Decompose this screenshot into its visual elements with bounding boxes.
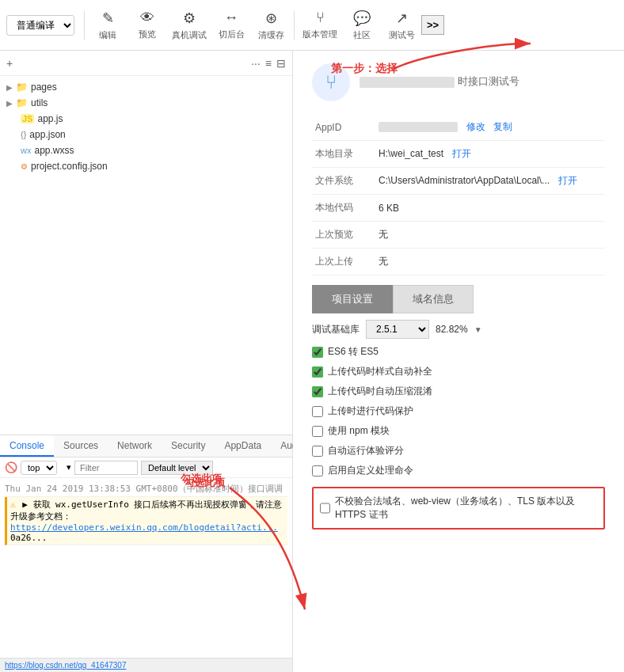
filesystem-open[interactable]: 打开 <box>558 175 577 186</box>
info-row-localcode: 本地代码 6 KB <box>312 195 605 222</box>
community-icon: 💬 <box>353 9 371 27</box>
checkbox-compress-input[interactable] <box>312 386 323 397</box>
chevron-down-icon: ▼ <box>474 325 482 334</box>
main-layout: + ··· ≡ ⊟ ▶ 📁 pages ▶ 📁 utils JS app.js <box>0 51 624 672</box>
filter-input[interactable] <box>74 461 138 475</box>
right-panel: ⑂ 时接口测试号 AppID 修改 复制 <box>293 51 624 672</box>
project-name-placeholder <box>360 77 455 88</box>
toolbar-community[interactable]: 💬 社区 <box>342 0 382 50</box>
tree-item-appjs[interactable]: JS app.js <box>0 111 292 127</box>
appid-copy[interactable]: 复制 <box>493 121 512 132</box>
checkbox-custom-cmd[interactable]: 启用自定义处理命令 <box>312 464 605 477</box>
real-debug-icon: ⚙ <box>183 9 196 27</box>
file-tree-menu-icon[interactable]: ··· <box>251 57 261 70</box>
clear-console-icon[interactable]: 🚫 <box>5 461 17 473</box>
preview-icon: 👁 <box>140 9 154 26</box>
checkbox-style-auto-input[interactable] <box>312 366 323 378</box>
filesystem-value: C:\Users\Administrator\AppData\Local\...… <box>375 168 605 195</box>
tab-network[interactable]: Network <box>108 435 162 457</box>
level-select[interactable]: Default level <box>141 461 213 475</box>
info-row-lastpreview: 上次预览 无 <box>312 222 605 249</box>
config-icon: ⚙ <box>21 162 28 171</box>
avatar-icon: ⑂ <box>325 71 337 93</box>
project-info-table: AppID 修改 复制 本地目录 H:\wei_cat_test 打开 文件系 <box>312 114 605 275</box>
toolbar-clear-cache-label: 清缓存 <box>258 29 284 41</box>
checkbox-no-validate-input[interactable] <box>320 503 330 514</box>
add-file-icon[interactable]: + <box>6 57 13 70</box>
toolbar-real-debug[interactable]: ⚙ 真机调试 <box>167 0 211 50</box>
console-toolbar: 🚫 top ▾ Default level <box>0 457 292 478</box>
filter-icon: ▾ <box>67 462 71 473</box>
file-tree-collapse-icon[interactable]: ⊟ <box>276 57 286 70</box>
project-avatar: ⑂ <box>312 63 350 101</box>
background-icon: ↔ <box>224 9 238 26</box>
tab-sources[interactable]: Sources <box>54 435 108 457</box>
toolbar-preview[interactable]: 👁 预览 <box>127 0 167 50</box>
project-subtitle-text: 时接口测试号 <box>458 75 519 87</box>
info-row-localdir: 本地目录 H:\wei_cat_test 打开 <box>312 141 605 168</box>
tab-appdata[interactable]: AppData <box>215 435 271 457</box>
console-tabs: Console Sources Network Security AppData… <box>0 435 292 457</box>
checkbox-auto-score[interactable]: 自动运行体验评分 <box>312 444 605 457</box>
checkbox-custom-cmd-input[interactable] <box>312 465 323 476</box>
tree-item-utils-label: utils <box>31 97 48 108</box>
log-extra: 0a26... <box>10 533 47 543</box>
lastupload-label: 上次上传 <box>312 249 375 275</box>
lastupload-value: 无 <box>375 249 605 275</box>
wxss-icon: wx <box>21 146 31 155</box>
tab-domain-info[interactable]: 域名信息 <box>393 285 474 313</box>
top-select[interactable]: top <box>21 461 57 475</box>
checkbox-custom-cmd-label: 启用自定义处理命令 <box>328 464 413 477</box>
appid-modify[interactable]: 修改 <box>466 121 485 132</box>
appid-label: AppID <box>312 114 375 141</box>
debug-lib-select[interactable]: 2.5.1 <box>366 320 429 339</box>
tree-item-projectconfig[interactable]: ⚙ project.config.json <box>0 158 292 174</box>
tree-item-appjson-label: app.json <box>29 129 65 140</box>
left-panel: + ··· ≡ ⊟ ▶ 📁 pages ▶ 📁 utils JS app.js <box>0 51 293 672</box>
toolbar-edit[interactable]: ✎ 编辑 <box>88 0 127 50</box>
tree-item-pages[interactable]: ▶ 📁 pages <box>0 79 292 95</box>
toolbar-clear-cache[interactable]: ⊛ 清缓存 <box>251 0 291 50</box>
tab-console[interactable]: Console <box>0 435 54 457</box>
log-link[interactable]: https://developers.weixin.qq.com/blogdet… <box>10 522 278 533</box>
status-link[interactable]: https://blog.csdn.net/qq_41647307 <box>5 661 126 670</box>
tree-item-pages-label: pages <box>31 82 57 93</box>
tree-item-appjson[interactable]: {} app.json <box>0 127 292 142</box>
checkbox-npm-input[interactable] <box>312 426 323 437</box>
checkbox-compress[interactable]: 上传代码时自动压缩混淆 <box>312 385 605 398</box>
test-number-icon: ↗ <box>396 9 408 27</box>
project-subtitle: 时接口测试号 <box>360 74 519 89</box>
log-entry-0: Thu Jan 24 2019 13:38:53 GMT+0800（中国标准时间… <box>5 481 287 497</box>
checkbox-code-protect[interactable]: 上传时进行代码保护 <box>312 404 605 418</box>
info-row-appid: AppID 修改 复制 <box>312 114 605 141</box>
file-tree-search[interactable] <box>17 58 246 69</box>
tab-security[interactable]: Security <box>162 435 215 457</box>
toolbar: 普通编译普通编译 ✎ 编辑 👁 预览 ⚙ 真机调试 ↔ 切后台 ⊛ 清缓存 ⑂ … <box>0 0 624 51</box>
checkbox-code-protect-input[interactable] <box>312 406 323 417</box>
filesystem-text: C:\Users\Administrator\AppData\Local\... <box>379 175 550 186</box>
tree-item-appwxss[interactable]: wx app.wxss <box>0 142 292 158</box>
toolbar-version-label: 版本管理 <box>302 28 337 40</box>
tab-project-settings[interactable]: 项目设置 <box>312 285 393 313</box>
log-warn-content: 获取 wx.getUserInfo 接口后续将不再出现授权弹窗，请注意升级参考文… <box>10 499 282 522</box>
checkbox-auto-score-input[interactable] <box>312 446 323 457</box>
compile-mode-select[interactable]: 普通编译普通编译 <box>6 15 74 36</box>
toolbar-more-button[interactable]: >> <box>421 15 444 35</box>
file-tree-sort-icon[interactable]: ≡ <box>265 57 272 70</box>
checkbox-no-validate[interactable]: 不校验合法域名、web-view（业务域名）、TLS 版本以及 HTTPS 证书 <box>312 487 605 530</box>
console-content: Thu Jan 24 2019 13:38:53 GMT+0800（中国标准时间… <box>0 478 292 658</box>
warn-icon: ⚠ <box>10 499 16 510</box>
chevron-right-icon: ▶ <box>6 99 13 108</box>
tree-item-utils[interactable]: ▶ 📁 utils <box>0 95 292 111</box>
checkbox-es6-input[interactable] <box>312 347 323 358</box>
localdir-open[interactable]: 打开 <box>452 148 471 159</box>
checkbox-npm[interactable]: 使用 npm 模块 <box>312 424 605 438</box>
toolbar-background[interactable]: ↔ 切后台 <box>211 0 251 50</box>
toolbar-version[interactable]: ⑂ 版本管理 <box>298 0 342 50</box>
toolbar-test-number-label: 测试号 <box>389 29 415 41</box>
checkbox-style-auto[interactable]: 上传代码时样式自动补全 <box>312 365 605 378</box>
toolbar-test-number[interactable]: ↗ 测试号 <box>382 0 421 50</box>
checkbox-section: ES6 转 ES5 上传代码时样式自动补全 上传代码时自动压缩混淆 上传时进行代… <box>312 345 605 530</box>
checkbox-code-protect-label: 上传时进行代码保护 <box>328 404 413 418</box>
checkbox-es6[interactable]: ES6 转 ES5 <box>312 345 605 359</box>
